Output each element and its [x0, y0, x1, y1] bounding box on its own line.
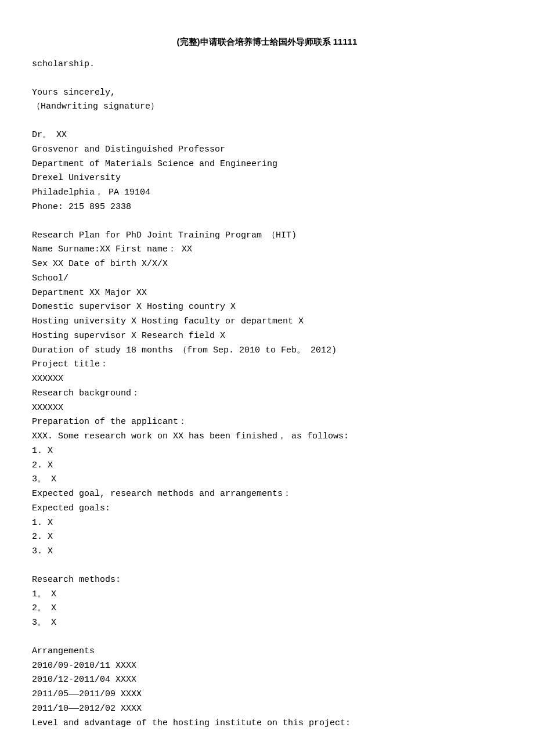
level-label: Level and advantage of the hosting insti…	[32, 717, 502, 731]
signature-department: Department of Materials Science and Engi…	[32, 157, 502, 172]
research-bg-value: XXXXXX	[32, 401, 502, 416]
spacer	[32, 631, 502, 645]
dept-major-line: Department XX Major XX	[32, 286, 502, 301]
research-methods-section: Research methods: 1。 X 2。 X 3。 X	[32, 573, 502, 631]
list-item: 2011/05——2011/09 XXXX	[32, 687, 502, 702]
project-title-label: Project title：	[32, 358, 502, 372]
research-plan-section: Research Plan for PhD Joint Training Pro…	[32, 229, 502, 559]
name-line: Name Surname:XX First name： XX	[32, 243, 502, 257]
scholarship-line: scholarship.	[32, 57, 502, 72]
closing-signature: （Handwriting signature）	[32, 100, 502, 114]
school-line: School/	[32, 272, 502, 286]
signature-block: Dr。 XX Grosvenor and Distinguished Profe…	[32, 128, 502, 215]
duration-line: Duration of study 18 months （from Sep. 2…	[32, 344, 502, 358]
hosting-sup-line: Hosting supervisor X Research field X	[32, 329, 502, 344]
closing-sincerely: Yours sincerely,	[32, 86, 502, 100]
preparation-text: XXX. Some research work on XX has been f…	[32, 430, 502, 444]
signature-title: Grosvenor and Distinguished Professor	[32, 143, 502, 157]
list-item: 2010/09-2010/11 XXXX	[32, 659, 502, 674]
signature-name: Dr。 XX	[32, 128, 502, 143]
list-item: 3。 X	[32, 616, 502, 631]
arrangements-label: Arrangements	[32, 645, 502, 659]
domestic-line: Domestic supervisor X Hosting country X	[32, 300, 502, 315]
list-item: 3。 X	[32, 473, 502, 487]
list-item: 1. X	[32, 516, 502, 531]
list-item: 1. X	[32, 444, 502, 459]
closing-block: Yours sincerely, （Handwriting signature）	[32, 86, 502, 115]
signature-university: Drexel University	[32, 171, 502, 186]
list-item: 3. X	[32, 545, 502, 559]
research-bg-label: Research background：	[32, 387, 502, 401]
preparation-label: Preparation of the applicant：	[32, 415, 502, 430]
research-plan-heading: Research Plan for PhD Joint Training Pro…	[32, 229, 502, 243]
signature-phone: Phone: 215 895 2338	[32, 200, 502, 215]
expected-label: Expected goal, research methods and arra…	[32, 487, 502, 502]
arrangements-section: Arrangements 2010/09-2010/11 XXXX 2010/1…	[32, 645, 502, 731]
list-item: 2011/10——2012/02 XXXX	[32, 702, 502, 717]
page-header-title: (完整)申请联合培养博士给国外导师联系 11111	[32, 35, 502, 49]
hosting-univ-line: Hosting university X Hosting faculty or …	[32, 315, 502, 329]
research-methods-label: Research methods:	[32, 573, 502, 588]
sex-dob-line: Sex XX Date of birth X/X/X	[32, 257, 502, 272]
project-title-value: XXXXXX	[32, 372, 502, 387]
spacer	[32, 559, 502, 573]
list-item: 2。 X	[32, 602, 502, 616]
expected-goals-label: Expected goals:	[32, 502, 502, 516]
list-item: 2010/12-2011/04 XXXX	[32, 673, 502, 687]
signature-location: Philadelphia， PA 19104	[32, 186, 502, 200]
list-item: 1。 X	[32, 588, 502, 602]
list-item: 2. X	[32, 459, 502, 473]
list-item: 2. X	[32, 530, 502, 545]
